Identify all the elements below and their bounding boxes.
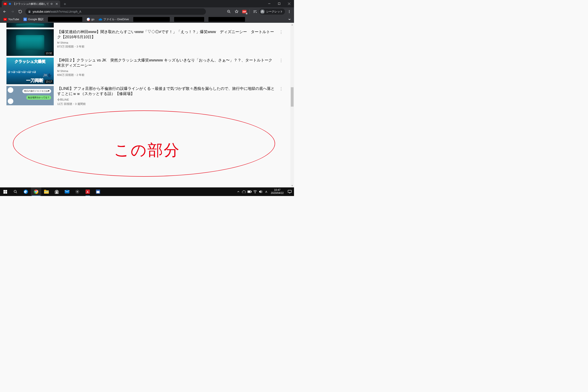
bookmark-redacted-2[interactable]	[132, 16, 172, 22]
video-thumbnail[interactable]	[6, 23, 54, 28]
window-titlebar: 【クラッシュの解答に感動して ＋	[0, 0, 294, 7]
taskbar-store-icon[interactable]	[52, 188, 62, 196]
svg-point-5	[261, 12, 262, 12]
reload-button[interactable]	[17, 8, 24, 15]
taskbar-acrobat-icon[interactable]	[82, 188, 93, 196]
video-row: 13:32 【爆笑連続の神回www】聞き取れたらすごいwww「▽◇◎≠です！」「…	[6, 29, 284, 56]
redacted-block	[48, 17, 82, 22]
bookmark-youtube[interactable]: YouTube	[2, 17, 21, 22]
svg-rect-27	[56, 192, 56, 192]
bookmarks-bar: YouTube G Google 翻訳 go ファイル - OneDrive	[0, 16, 294, 23]
url-path: /watch?v=nuLUrrsph_A	[50, 10, 81, 13]
scrollbar-thumb[interactable]	[291, 87, 294, 106]
taskbar-settings-icon[interactable]	[72, 188, 82, 196]
video-meta[interactable]: 【神回２】クラッシュ vs JK 突然クラッシュ大爆笑wwwww キッズもいきな…	[57, 58, 275, 84]
media-control-icon[interactable]	[252, 8, 258, 15]
bookmark-label: YouTube	[8, 18, 19, 21]
youtube-favicon-icon	[4, 2, 7, 6]
svg-rect-28	[57, 192, 58, 192]
video-menu-icon[interactable]: ⋮	[278, 29, 284, 56]
incognito-indicator[interactable]: シークレット	[259, 8, 285, 14]
thumb-text: JKを	[43, 73, 52, 78]
onedrive-icon	[99, 18, 102, 21]
svg-point-7	[289, 10, 290, 11]
svg-text:G: G	[24, 18, 26, 21]
bookmark-redacted-1[interactable]	[46, 16, 84, 22]
bookmark-label: ファイル - OneDrive	[103, 18, 129, 21]
abp-label: ABP	[243, 11, 246, 13]
video-channel: 令和LINE	[57, 98, 275, 102]
bookmark-label: go	[91, 18, 94, 21]
taskbar-edge-icon[interactable]	[21, 188, 31, 196]
redacted-block	[133, 17, 170, 22]
tray-volume-icon[interactable]	[258, 188, 264, 196]
action-center-icon[interactable]	[286, 188, 294, 196]
video-menu-icon[interactable]: ⋮	[278, 86, 284, 106]
video-meta[interactable]: 【LINE】アフォ旦那から不倫旅行の誤爆ラインがくる→最後まで気づかず散々愚痴を…	[57, 86, 275, 106]
window-maximize-button[interactable]	[274, 0, 284, 7]
taskbar-clock[interactable]: 10:47 2020/04/22	[269, 189, 286, 195]
forward-button[interactable]	[9, 8, 16, 15]
video-menu-icon[interactable]: ⋮	[278, 58, 284, 84]
svg-rect-29	[56, 192, 56, 193]
bookmark-star-icon[interactable]	[233, 8, 240, 15]
url-host: youtube.com	[33, 10, 50, 13]
adblock-extension-icon[interactable]: ABP6	[241, 8, 248, 15]
window-minimize-button[interactable]	[264, 0, 274, 7]
svg-rect-36	[96, 190, 100, 191]
video-title: 【LINE】アフォ旦那から不倫旅行の誤爆ラインがくる→最後まで気づかず散々愚痴を…	[57, 86, 275, 96]
svg-point-18	[14, 190, 16, 192]
svg-point-6	[262, 12, 264, 12]
clock-date: 2020/04/22	[271, 192, 284, 195]
search-button[interactable]	[10, 188, 21, 196]
taskbar-mail-icon[interactable]	[62, 188, 72, 196]
address-bar[interactable]: youtube.com/watch?v=nuLUrrsph_A	[25, 8, 206, 15]
video-duration: 13:32	[45, 52, 53, 55]
tray-onedrive-icon[interactable]	[241, 188, 247, 196]
vertical-scrollbar[interactable]: ▲ ▼	[290, 23, 294, 188]
tab-mute-icon[interactable]	[50, 2, 54, 6]
video-stats: 12万 回視聴・3 週間前	[57, 102, 275, 106]
svg-point-9	[289, 12, 290, 13]
new-tab-button[interactable]: ＋	[62, 1, 68, 7]
svg-rect-25	[44, 191, 48, 192]
loading-dot-icon	[8, 2, 12, 6]
system-tray: A 10:47 2020/04/22	[236, 188, 294, 196]
svg-rect-16	[4, 192, 5, 194]
video-thumbnail[interactable]: 明日の旅行ドキドキだね❤ 集合場所分かってる？	[6, 86, 54, 105]
start-button[interactable]	[0, 188, 10, 196]
bookmark-redacted-4[interactable]	[207, 16, 247, 22]
back-button[interactable]	[1, 8, 8, 15]
bookmark-go[interactable]: go	[85, 17, 96, 22]
video-stats: 873万 回視聴・3 年前	[57, 45, 275, 48]
browser-tab[interactable]: 【クラッシュの解答に感動して	[2, 0, 60, 7]
bookmark-translate[interactable]: G Google 翻訳	[22, 17, 45, 22]
video-thumbnail[interactable]: 13:32	[6, 29, 54, 56]
tray-battery-icon[interactable]	[247, 188, 252, 196]
taskbar-app-icon[interactable]	[93, 188, 103, 196]
bookmark-onedrive[interactable]: ファイル - OneDrive	[97, 17, 130, 22]
svg-point-22	[35, 191, 37, 192]
tray-ime-icon[interactable]: A	[264, 188, 269, 196]
svg-point-32	[77, 191, 78, 192]
toolbar-divider	[250, 10, 250, 14]
bookmarks-overflow-icon[interactable]	[286, 16, 292, 22]
tray-overflow-icon[interactable]	[236, 188, 241, 196]
video-meta[interactable]: 【爆笑連続の神回www】聞き取れたらすごいwww「▽◇◎≠です！」「えっ！？」爆…	[57, 29, 275, 56]
browser-menu-icon[interactable]	[286, 8, 293, 15]
tray-wifi-icon[interactable]	[252, 188, 258, 196]
svg-point-40	[255, 193, 255, 193]
video-thumbnail[interactable]: クラッシュ大爆笑 はっはっはっはっはっは JKを 一刀両断 13:17	[6, 58, 54, 84]
bookmark-redacted-3[interactable]	[172, 16, 206, 22]
page-content: 13:32 【爆笑連続の神回www】聞き取れたらすごいwww「▽◇◎≠です！」「…	[0, 23, 294, 188]
zoom-icon[interactable]	[226, 8, 232, 15]
scroll-down-icon[interactable]: ▼	[290, 184, 294, 188]
window-close-button[interactable]	[284, 0, 294, 7]
tab-close-icon[interactable]	[55, 2, 58, 6]
scroll-up-icon[interactable]: ▲	[290, 23, 294, 26]
taskbar-chrome-icon[interactable]	[31, 188, 41, 196]
clock-time: 10:47	[271, 189, 284, 192]
thumb-text: クラッシュ大爆笑	[6, 59, 54, 64]
taskbar-explorer-icon[interactable]	[41, 188, 52, 196]
video-list: 13:32 【爆笑連続の神回www】聞き取れたらすごいwww「▽◇◎≠です！」「…	[0, 23, 294, 106]
